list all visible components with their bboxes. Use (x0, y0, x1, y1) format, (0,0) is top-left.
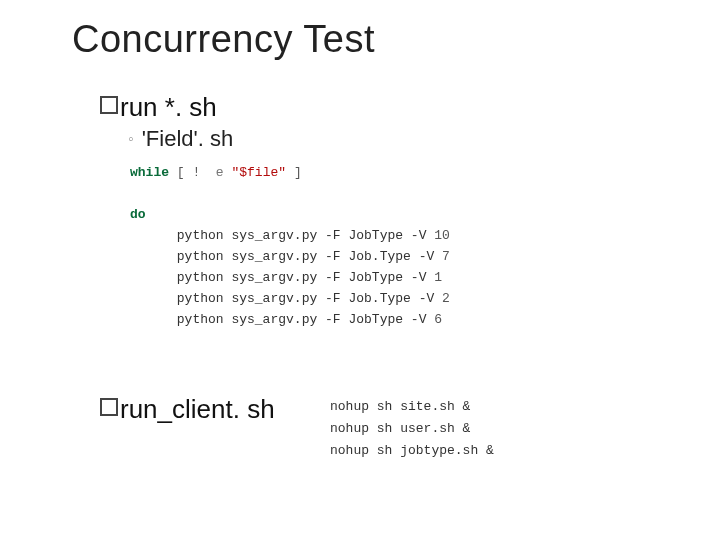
bullet-run-sh: run *. sh (100, 92, 217, 123)
square-bullet-icon (100, 96, 118, 114)
circle-bullet-icon: ◦ (128, 130, 134, 147)
subbullet-field-sh-label: 'Field'. sh (142, 126, 234, 151)
bullet-run-client-sh-label: run_client. sh (120, 394, 275, 424)
slide-title: Concurrency Test (72, 18, 375, 61)
bullet-run-sh-label: run *. sh (120, 92, 217, 122)
bullet-run-client-sh: run_client. sh (100, 394, 275, 425)
code-block-field-sh: while [ ! e "$file" ] do python sys_argv… (130, 162, 450, 330)
code-line: while [ ! e "$file" ] (130, 162, 450, 183)
code-line: nohup sh user.sh & (330, 418, 494, 440)
code-line: nohup sh jobtype.sh & (330, 440, 494, 462)
code-line: python sys_argv.py -F Job.Type -V 7 (130, 246, 450, 267)
code-line: python sys_argv.py -F JobType -V 6 (130, 309, 450, 330)
code-block-run-client: nohup sh site.sh &nohup sh user.sh &nohu… (330, 396, 494, 462)
square-bullet-icon (100, 398, 118, 416)
code-line: python sys_argv.py -F JobType -V 1 (130, 267, 450, 288)
slide: Concurrency Test run *. sh ◦'Field'. sh … (0, 0, 720, 540)
code-line (130, 183, 450, 204)
code-line: python sys_argv.py -F Job.Type -V 2 (130, 288, 450, 309)
code-line: do (130, 204, 450, 225)
subbullet-field-sh: ◦'Field'. sh (128, 126, 233, 152)
code-line: nohup sh site.sh & (330, 396, 494, 418)
code-line: python sys_argv.py -F JobType -V 10 (130, 225, 450, 246)
